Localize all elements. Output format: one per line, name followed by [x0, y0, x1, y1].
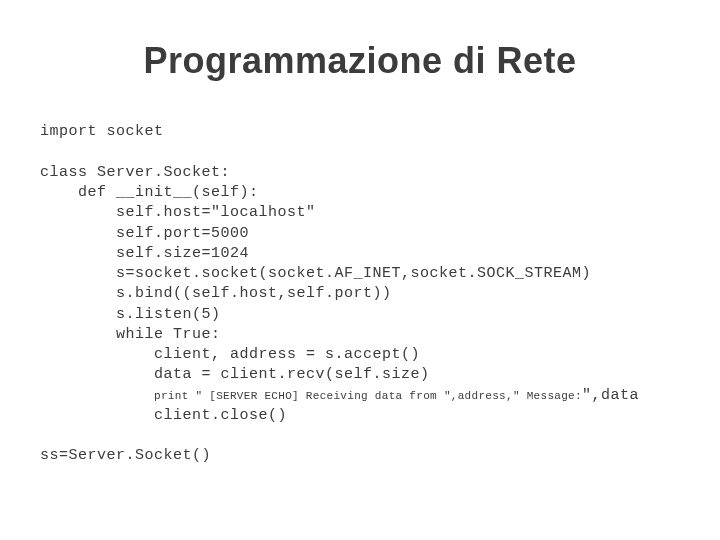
code-line: class Server.Socket: — [40, 164, 230, 181]
code-line-small: print " [SERVER ECHO] Receiving data fro… — [154, 390, 582, 402]
code-block: import socket class Server.Socket: def _… — [40, 102, 680, 467]
code-line: self.port=5000 — [40, 225, 249, 242]
code-line: client, address = s.accept() — [40, 346, 420, 363]
code-line: def __init__(self): — [40, 184, 259, 201]
slide: Programmazione di Rete import socket cla… — [0, 0, 720, 540]
code-line: self.size=1024 — [40, 245, 249, 262]
code-line: client.close() — [40, 407, 287, 424]
code-line: while True: — [40, 326, 221, 343]
code-line: data = client.recv(self.size) — [40, 366, 430, 383]
code-line: s.listen(5) — [40, 306, 221, 323]
slide-title: Programmazione di Rete — [40, 40, 680, 82]
code-line — [40, 387, 154, 404]
code-line: self.host="localhost" — [40, 204, 316, 221]
code-line: ss=Server.Socket() — [40, 447, 211, 464]
code-line: import socket — [40, 123, 164, 140]
code-line: s=socket.socket(socket.AF_INET,socket.SO… — [40, 265, 591, 282]
code-line: s.bind((self.host,self.port)) — [40, 285, 392, 302]
code-line: ",data — [582, 387, 639, 404]
